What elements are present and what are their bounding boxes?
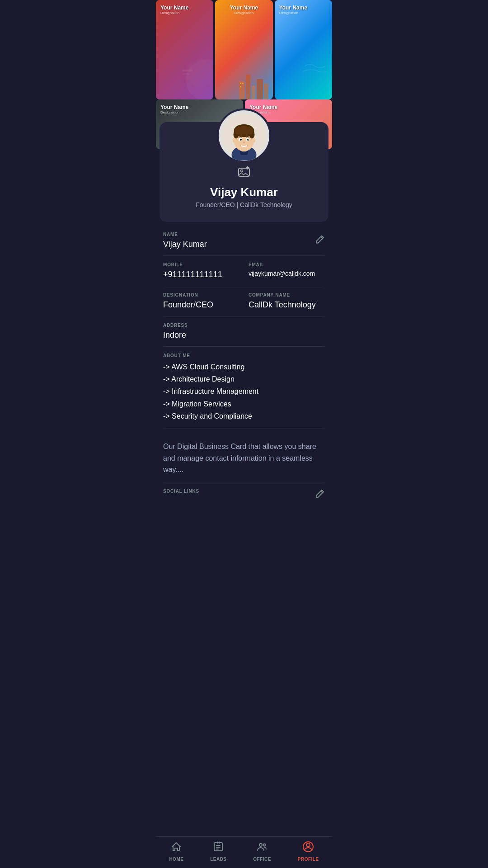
- mobile-label: MOBILE: [163, 262, 239, 267]
- svg-rect-6: [252, 86, 255, 99]
- avatar-svg: [219, 111, 269, 160]
- svg-point-1: [186, 59, 213, 87]
- address-label: ADDRESS: [163, 323, 325, 328]
- card-1-designation: Designation: [160, 11, 179, 15]
- designation-company-row: DESIGNATION Founder/CEO COMPANY NAME Cal…: [163, 286, 325, 316]
- social-edit-icon[interactable]: [315, 489, 325, 501]
- card-1-pattern: [179, 40, 213, 99]
- email-field: EMAIL vijaykumar@calldk.com: [249, 262, 325, 279]
- card-5-name: Your Name: [249, 104, 277, 110]
- svg-point-31: [248, 139, 249, 140]
- email-label: EMAIL: [249, 262, 325, 267]
- svg-rect-7: [257, 79, 263, 99]
- svg-rect-2: [183, 70, 193, 71]
- svg-rect-3: [183, 73, 189, 75]
- name-label: NAME: [163, 232, 325, 237]
- svg-point-32: [243, 142, 245, 143]
- avatar: [217, 108, 271, 163]
- svg-point-24: [233, 138, 236, 143]
- card-2-name: Your Name: [230, 5, 258, 11]
- about-item-1: -> AWS Cloud Consulting: [163, 361, 325, 373]
- address-value: Indore: [163, 330, 325, 340]
- email-value: vijaykumar@calldk.com: [249, 270, 325, 277]
- card-1-name: Your Name: [160, 5, 188, 11]
- template-card-2[interactable]: Your Name Designation: [215, 0, 272, 99]
- svg-point-34: [241, 170, 243, 172]
- svg-point-30: [241, 139, 242, 140]
- card-row-1: Your Name Designation Your Name Designat…: [156, 0, 332, 99]
- company-label: COMPANY NAME: [249, 292, 325, 297]
- designation-label: DESIGNATION: [163, 292, 239, 297]
- svg-rect-11: [242, 83, 244, 84]
- nav-spacer: [156, 503, 332, 539]
- card-2-buildings: [237, 63, 273, 99]
- card-3-pattern: [298, 40, 332, 99]
- name-field: NAME Vijay Kumar: [163, 226, 325, 256]
- svg-rect-9: [240, 83, 241, 84]
- svg-point-25: [252, 138, 256, 143]
- card-4-name: Your Name: [160, 104, 188, 110]
- svg-rect-4: [239, 81, 244, 99]
- svg-rect-5: [246, 75, 250, 99]
- card-2-designation: Designation: [235, 11, 253, 15]
- mobile-field: MOBILE +911111111111: [163, 262, 239, 279]
- about-section: ABOUT ME -> AWS Cloud Consulting -> Arch…: [163, 347, 325, 429]
- mobile-email-row: MOBILE +911111111111 EMAIL vijaykumar@ca…: [163, 256, 325, 286]
- about-item-3: -> Infrastructure Management: [163, 385, 325, 397]
- name-edit-icon[interactable]: [315, 235, 325, 247]
- about-label: ABOUT ME: [163, 353, 325, 358]
- social-links-section: SOCIAL LINKS: [163, 482, 325, 503]
- image-upload-icon[interactable]: [238, 166, 250, 182]
- template-card-1[interactable]: Your Name Designation: [156, 0, 213, 99]
- about-item-4: -> Migration Services: [163, 398, 325, 410]
- designation-field: DESIGNATION Founder/CEO: [163, 292, 239, 310]
- designation-value: Founder/CEO: [163, 300, 239, 310]
- about-item-2: -> Architecture Design: [163, 373, 325, 385]
- svg-rect-8: [264, 84, 268, 99]
- about-item-5: -> Security and Compliance: [163, 410, 325, 422]
- profile-name: Vijay Kumar: [210, 185, 278, 199]
- svg-rect-10: [240, 86, 241, 87]
- mobile-value: +911111111111: [163, 270, 239, 279]
- about-items-list: -> AWS Cloud Consulting -> Architecture …: [163, 361, 325, 422]
- template-card-3[interactable]: Your Name Designation: [275, 0, 332, 99]
- profile-fields: NAME Vijay Kumar MOBILE +911111111111 EM…: [156, 226, 332, 503]
- social-links-label: SOCIAL LINKS: [163, 489, 325, 494]
- company-field: COMPANY NAME CallDk Technology: [249, 292, 325, 310]
- about-description: Our Digital Business Card that allows yo…: [163, 434, 325, 482]
- profile-title: Founder/CEO | CallDk Technology: [196, 201, 292, 208]
- card-3-name: Your Name: [279, 5, 307, 11]
- company-value: CallDk Technology: [249, 300, 325, 310]
- card-4-designation: Designation: [160, 110, 179, 114]
- svg-point-23: [235, 126, 253, 136]
- profile-card: Vijay Kumar Founder/CEO | CallDk Technol…: [160, 122, 328, 222]
- address-field: ADDRESS Indore: [163, 316, 325, 347]
- name-value: Vijay Kumar: [163, 240, 325, 249]
- card-3-designation: Designation: [279, 11, 298, 15]
